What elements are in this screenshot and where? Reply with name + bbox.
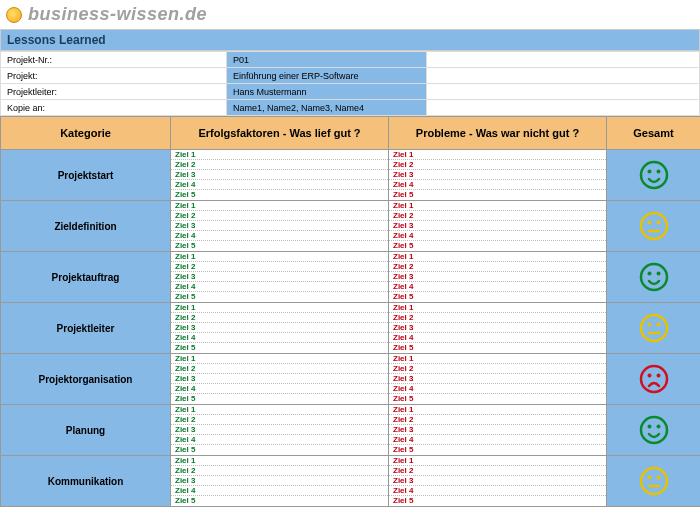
problem-goal: Ziel 2	[389, 262, 606, 272]
success-cell: Ziel 1Ziel 2Ziel 3Ziel 4Ziel 5	[171, 405, 389, 456]
meta-label-project: Projekt:	[1, 68, 227, 84]
svg-point-17	[656, 425, 660, 429]
success-goal: Ziel 1	[171, 201, 388, 211]
success-goal: Ziel 3	[171, 323, 388, 333]
problem-goal: Ziel 4	[389, 282, 606, 292]
meta-value-project-nr: P01	[227, 52, 427, 68]
col-header-total: Gesamt	[607, 117, 701, 150]
problems-cell: Ziel 1Ziel 2Ziel 3Ziel 4Ziel 5	[389, 201, 607, 252]
brand-header: business-wissen.de	[0, 0, 700, 29]
success-goal: Ziel 1	[171, 252, 388, 262]
page-title: Lessons Learned	[0, 29, 700, 51]
category-cell: Projektstart	[1, 150, 171, 201]
smiley-neutral-icon	[607, 201, 701, 252]
success-goal: Ziel 3	[171, 425, 388, 435]
success-goal: Ziel 3	[171, 170, 388, 180]
category-cell: Projektleiter	[1, 303, 171, 354]
table-row: PlanungZiel 1Ziel 2Ziel 3Ziel 4Ziel 5Zie…	[1, 405, 701, 456]
success-goal: Ziel 5	[171, 343, 388, 353]
problem-goal: Ziel 3	[389, 323, 606, 333]
success-goal: Ziel 5	[171, 241, 388, 251]
lessons-table: Kategorie Erfolgsfaktoren - Was lief gut…	[0, 116, 700, 507]
problem-goal: Ziel 1	[389, 150, 606, 160]
meta-value-leader: Hans Mustermann	[227, 84, 427, 100]
problem-goal: Ziel 5	[389, 394, 606, 404]
success-goal: Ziel 3	[171, 272, 388, 282]
success-goal: Ziel 2	[171, 313, 388, 323]
category-cell: Projektauftrag	[1, 252, 171, 303]
success-goal: Ziel 5	[171, 190, 388, 200]
svg-point-1	[647, 170, 651, 174]
problem-goal: Ziel 3	[389, 425, 606, 435]
meta-value-copy: Name1, Name2, Name3, Name4	[227, 100, 427, 116]
smiley-happy-icon	[607, 150, 701, 201]
problem-goal: Ziel 3	[389, 170, 606, 180]
svg-point-0	[641, 162, 667, 188]
meta-label-leader: Projektleiter:	[1, 84, 227, 100]
success-goal: Ziel 2	[171, 211, 388, 221]
category-cell: Zieldefinition	[1, 201, 171, 252]
success-goal: Ziel 1	[171, 405, 388, 415]
svg-point-13	[647, 374, 651, 378]
svg-point-11	[656, 323, 660, 327]
success-goal: Ziel 2	[171, 262, 388, 272]
logo-icon	[6, 7, 22, 23]
problem-goal: Ziel 1	[389, 456, 606, 466]
svg-point-2	[656, 170, 660, 174]
problems-cell: Ziel 1Ziel 2Ziel 3Ziel 4Ziel 5	[389, 150, 607, 201]
smiley-sad-icon	[607, 354, 701, 405]
problem-goal: Ziel 2	[389, 415, 606, 425]
problem-goal: Ziel 5	[389, 343, 606, 353]
svg-point-5	[656, 221, 660, 225]
problem-goal: Ziel 4	[389, 435, 606, 445]
svg-point-10	[647, 323, 651, 327]
svg-point-20	[656, 476, 660, 480]
problems-cell: Ziel 1Ziel 2Ziel 3Ziel 4Ziel 5	[389, 354, 607, 405]
success-cell: Ziel 1Ziel 2Ziel 3Ziel 4Ziel 5	[171, 354, 389, 405]
success-goal: Ziel 3	[171, 476, 388, 486]
problem-goal: Ziel 1	[389, 303, 606, 313]
svg-point-9	[641, 315, 667, 341]
col-header-category: Kategorie	[1, 117, 171, 150]
success-goal: Ziel 5	[171, 496, 388, 506]
problem-goal: Ziel 5	[389, 496, 606, 506]
problems-cell: Ziel 1Ziel 2Ziel 3Ziel 4Ziel 5	[389, 303, 607, 354]
category-cell: Planung	[1, 405, 171, 456]
success-goal: Ziel 2	[171, 415, 388, 425]
success-goal: Ziel 3	[171, 374, 388, 384]
success-goal: Ziel 1	[171, 354, 388, 364]
problem-goal: Ziel 4	[389, 231, 606, 241]
success-goal: Ziel 2	[171, 466, 388, 476]
svg-point-4	[647, 221, 651, 225]
problem-goal: Ziel 4	[389, 180, 606, 190]
table-row: ProjektstartZiel 1Ziel 2Ziel 3Ziel 4Ziel…	[1, 150, 701, 201]
success-goal: Ziel 1	[171, 456, 388, 466]
success-goal: Ziel 2	[171, 364, 388, 374]
success-goal: Ziel 3	[171, 221, 388, 231]
problem-goal: Ziel 1	[389, 201, 606, 211]
category-cell: Kommunikation	[1, 456, 171, 507]
success-goal: Ziel 2	[171, 160, 388, 170]
smiley-happy-icon	[607, 252, 701, 303]
col-header-success: Erfolgsfaktoren - Was lief gut ?	[171, 117, 389, 150]
problems-cell: Ziel 1Ziel 2Ziel 3Ziel 4Ziel 5	[389, 252, 607, 303]
table-row: ProjektleiterZiel 1Ziel 2Ziel 3Ziel 4Zie…	[1, 303, 701, 354]
svg-point-8	[656, 272, 660, 276]
svg-point-12	[641, 366, 667, 392]
meta-label-copy: Kopie an:	[1, 100, 227, 116]
problems-cell: Ziel 1Ziel 2Ziel 3Ziel 4Ziel 5	[389, 456, 607, 507]
problem-goal: Ziel 2	[389, 160, 606, 170]
success-goal: Ziel 4	[171, 435, 388, 445]
problem-goal: Ziel 2	[389, 211, 606, 221]
success-goal: Ziel 4	[171, 333, 388, 343]
success-goal: Ziel 4	[171, 282, 388, 292]
svg-point-18	[641, 468, 667, 494]
problem-goal: Ziel 2	[389, 364, 606, 374]
brand-text: business-wissen.de	[28, 4, 207, 25]
problem-goal: Ziel 3	[389, 374, 606, 384]
success-goal: Ziel 1	[171, 150, 388, 160]
success-goal: Ziel 4	[171, 384, 388, 394]
problem-goal: Ziel 3	[389, 476, 606, 486]
problem-goal: Ziel 1	[389, 405, 606, 415]
problem-goal: Ziel 4	[389, 333, 606, 343]
